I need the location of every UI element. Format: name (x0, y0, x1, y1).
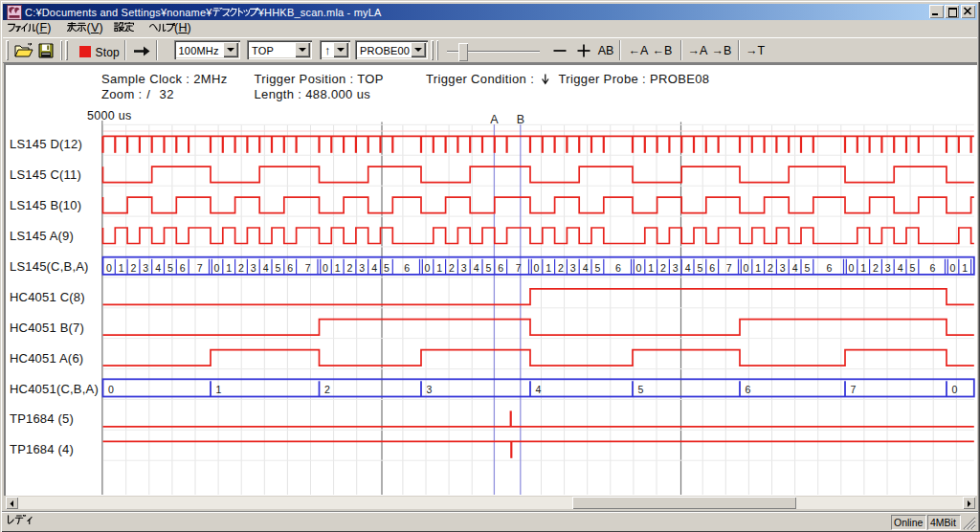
svg-text:LS145 A(9): LS145 A(9) (10, 229, 74, 243)
svg-text:7: 7 (851, 384, 857, 395)
svg-text:6: 6 (404, 262, 410, 274)
svg-text:B: B (517, 113, 524, 126)
svg-text:1: 1 (648, 262, 654, 274)
svg-text:Zoom : / 32: Zoom : / 32 (101, 87, 174, 101)
svg-text:5000 us: 5000 us (87, 109, 132, 122)
svg-text:6: 6 (709, 262, 715, 274)
svg-text:1: 1 (119, 262, 124, 274)
svg-text:0: 0 (106, 262, 112, 274)
svg-text:1: 1 (216, 384, 222, 395)
svg-text:2: 2 (449, 262, 455, 274)
svg-text:3: 3 (359, 262, 365, 274)
svg-text:Length : 488.000 us: Length : 488.000 us (255, 87, 371, 101)
svg-text:LS145 D(12): LS145 D(12) (10, 137, 82, 151)
svg-text:5: 5 (638, 384, 644, 395)
svg-text:0: 0 (952, 384, 958, 395)
svg-text:0: 0 (323, 262, 328, 274)
svg-text:TP1684 (5): TP1684 (5) (10, 411, 74, 426)
svg-text:4: 4 (263, 262, 269, 274)
svg-text:0: 0 (743, 262, 748, 274)
svg-text:5: 5 (697, 262, 702, 274)
svg-text:0: 0 (108, 384, 114, 395)
svg-text:7: 7 (305, 262, 311, 274)
svg-text:0: 0 (213, 262, 219, 274)
svg-text:2: 2 (768, 262, 773, 274)
svg-text:2: 2 (131, 262, 137, 274)
svg-text:6: 6 (929, 262, 935, 274)
svg-text:LS145 B(10): LS145 B(10) (10, 198, 81, 212)
svg-text:5: 5 (804, 262, 810, 274)
svg-text:4: 4 (583, 262, 589, 274)
svg-text:1: 1 (962, 262, 968, 274)
svg-text:4: 4 (474, 262, 479, 274)
svg-text:5: 5 (909, 262, 915, 274)
svg-text:4: 4 (536, 384, 542, 395)
svg-text:LS145 C(11): LS145 C(11) (10, 167, 81, 182)
svg-text:5: 5 (167, 262, 173, 274)
svg-text:1: 1 (860, 262, 866, 274)
svg-text:1: 1 (755, 262, 761, 274)
svg-text:3: 3 (461, 262, 467, 274)
svg-text:Sample Clock : 2MHz: Sample Clock : 2MHz (101, 72, 228, 86)
svg-text:Trigger Probe : PROBE08: Trigger Probe : PROBE08 (559, 72, 710, 86)
svg-text:5: 5 (384, 262, 390, 274)
svg-text:3: 3 (673, 262, 679, 274)
svg-text:3: 3 (251, 262, 256, 274)
svg-text:7: 7 (516, 262, 522, 274)
svg-text:7: 7 (726, 262, 732, 274)
svg-text:0: 0 (424, 262, 430, 274)
svg-text:1: 1 (335, 262, 341, 274)
svg-text:HC4051 A(6): HC4051 A(6) (10, 351, 83, 366)
svg-text:4: 4 (792, 262, 798, 274)
svg-text:5: 5 (275, 262, 280, 274)
svg-text:0: 0 (848, 262, 854, 274)
svg-text:5: 5 (485, 262, 491, 274)
svg-text:1: 1 (546, 262, 551, 274)
svg-text:6: 6 (615, 262, 621, 274)
svg-text:Trigger Condition :: Trigger Condition : (426, 72, 534, 86)
svg-text:5: 5 (594, 262, 600, 274)
svg-text:0: 0 (635, 262, 641, 274)
svg-text:HC4051(C,B,A): HC4051(C,B,A) (10, 382, 99, 396)
svg-text:2: 2 (347, 262, 353, 274)
svg-text:4: 4 (898, 262, 903, 274)
svg-text:6: 6 (498, 262, 503, 274)
svg-text:3: 3 (570, 262, 576, 274)
svg-text:3: 3 (885, 262, 891, 274)
svg-text:2: 2 (873, 262, 879, 274)
svg-text:6: 6 (180, 262, 186, 274)
svg-text:7: 7 (197, 262, 203, 274)
svg-text:2: 2 (324, 384, 330, 395)
svg-text:A: A (490, 113, 499, 126)
svg-text:HC4051 C(8): HC4051 C(8) (10, 290, 85, 304)
svg-text:6: 6 (287, 262, 293, 274)
svg-text:1: 1 (436, 262, 442, 274)
svg-text:0: 0 (949, 262, 955, 274)
svg-text:2: 2 (558, 262, 564, 274)
svg-text:6: 6 (826, 262, 832, 274)
svg-text:3: 3 (427, 384, 433, 395)
svg-text:6: 6 (746, 384, 751, 395)
svg-text:4: 4 (371, 262, 377, 274)
svg-text:4: 4 (155, 262, 161, 274)
svg-text:3: 3 (780, 262, 786, 274)
svg-text:HC4051 B(7): HC4051 B(7) (10, 321, 84, 335)
svg-text:0: 0 (533, 262, 539, 274)
svg-text:TP1684 (4): TP1684 (4) (10, 442, 74, 456)
svg-text:1: 1 (226, 262, 232, 274)
svg-text:2: 2 (660, 262, 666, 274)
svg-text:2: 2 (238, 262, 244, 274)
svg-text:LS145(C,B,A): LS145(C,B,A) (10, 259, 89, 274)
svg-text:3: 3 (143, 262, 148, 274)
svg-text:4: 4 (685, 262, 691, 274)
svg-text:Trigger Position : TOP: Trigger Position : TOP (255, 72, 384, 86)
